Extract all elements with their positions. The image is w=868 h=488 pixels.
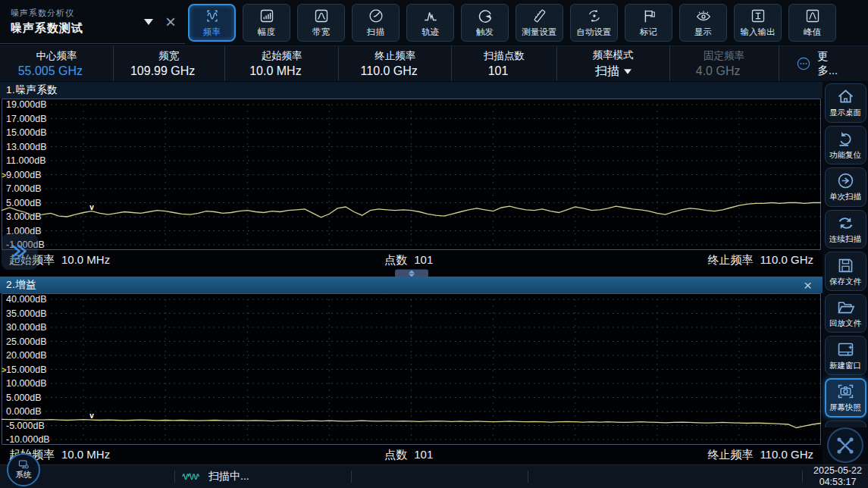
chart-header[interactable]: 2.增益 × — [0, 277, 823, 293]
nav-cluster-button[interactable] — [827, 427, 863, 463]
y-axis-tick-label: 25.000dB — [6, 336, 47, 347]
y-axis-tick-label: 40.000dB — [6, 294, 47, 305]
time-text: 04:53:17 — [813, 477, 862, 488]
y-axis-tick-label: -5.000dB — [6, 421, 45, 431]
sidebar-button-continuous-sweep[interactable]: 连续扫描 — [825, 210, 866, 249]
single-sweep-icon — [836, 171, 855, 190]
save-icon — [836, 256, 855, 275]
measurement-selector[interactable]: 噪声系数分析仪 噪声系数测试 × — [0, 2, 185, 44]
sidebar-button-replay-file[interactable]: 回放文件 — [825, 294, 866, 333]
param-field-frequency-mode[interactable]: 频率模式 扫描 — [556, 46, 669, 81]
chart-canvas — [2, 99, 821, 250]
sidebar-button-show-desktop[interactable]: 显示桌面 — [825, 83, 866, 123]
param-field-fixed-frequency[interactable]: 固定频率 4.0 GHz — [669, 46, 779, 81]
toolbar-button-group: 频率 幅度 带宽 扫描 轨迹 触发 测量设置 自动设置 标记 显示 输入输出 峰… — [185, 4, 836, 42]
trace-peak-icon — [422, 8, 439, 24]
amplitude-bars-icon — [259, 8, 275, 24]
chart-plot: > v 40.000dB35.000dB30.000dB25.000dB20.0… — [2, 293, 821, 445]
marker-flag-icon — [641, 8, 657, 24]
start-frequency-value: 10.0 MHz — [61, 448, 110, 462]
status-bar: 系统 扫描中... 2025-05-22 04:53:17 — [0, 465, 868, 488]
chart-header[interactable]: 1.噪声系数 — [0, 82, 823, 99]
toolbar-button-display[interactable]: 显示 — [679, 4, 727, 42]
stop-frequency-value: 110.0 GHz — [760, 253, 813, 267]
parameter-bar: 中心频率 55.005 GHz 频宽 109.99 GHz 起始频率 10.0 … — [0, 45, 868, 82]
chevron-down-icon — [624, 69, 631, 74]
toolbar-button-trace[interactable]: 轨迹 — [406, 4, 454, 42]
y-axis-tick-label: 3.000dB — [6, 211, 42, 222]
y-axis-tick-label: 15.000dB — [6, 364, 47, 375]
chart-splitter — [0, 270, 823, 277]
chart-canvas — [2, 293, 821, 445]
chart-close-button[interactable]: × — [801, 278, 815, 292]
param-field-stop-frequency[interactable]: 终止频率 110.0 GHz — [338, 46, 451, 81]
trace-marker: v — [89, 203, 94, 211]
sidebar-button-function-reset[interactable]: 功能复位 — [825, 126, 866, 165]
toolbar-button-peak[interactable]: 峰值 — [788, 4, 836, 42]
new-window-icon — [836, 340, 855, 359]
instrument-name: 噪声系数分析仪 — [11, 8, 143, 19]
toolbar-button-measure-setup[interactable]: 测量设置 — [515, 4, 563, 42]
points-value: 101 — [414, 448, 433, 462]
chart-footer: 起始频率10.0 MHz 点数101 终止频率110.0 GHz — [0, 250, 823, 270]
toolbar-button-amplitude[interactable]: 幅度 — [243, 4, 290, 42]
trace-gain — [2, 419, 821, 427]
y-axis-tick-label: 20.000dB — [6, 350, 47, 361]
y-axis-tick-label: 5.000dB — [6, 393, 42, 403]
sidebar-button-save-file[interactable]: 保存文件 — [825, 252, 866, 291]
y-axis-tick-label: 10.000dB — [6, 378, 47, 389]
toolbar-button-marker[interactable]: 标记 — [625, 4, 672, 42]
datetime-display: 2025-05-22 04:53:17 — [813, 465, 862, 488]
y-axis-tick-label: 11.000dB — [6, 155, 46, 166]
toolbar-button-bandwidth[interactable]: 带宽 — [297, 4, 345, 42]
more-button[interactable]: 更多... — [779, 46, 868, 81]
stop-frequency-value: 110.0 GHz — [760, 448, 813, 462]
start-frequency-value: 10.0 MHz — [61, 253, 110, 267]
double-chevron-icon — [10, 243, 30, 260]
close-measurement-button[interactable]: × — [161, 13, 185, 31]
stop-frequency-label: 终止频率 — [707, 448, 753, 462]
chart-panel-gain: 2.增益 × > v 40.000dB35.000dB30.000dB25.00… — [0, 277, 823, 465]
chart-title: 2.增益 — [6, 278, 36, 292]
sidebar-button-new-window[interactable]: 新建窗口 — [825, 336, 866, 375]
expand-menu-button[interactable] — [2, 233, 38, 270]
sweep-activity-icon — [180, 471, 203, 483]
top-toolbar: 噪声系数分析仪 噪声系数测试 × 频率 幅度 带宽 扫描 轨迹 触发 测量设置 … — [0, 0, 868, 45]
y-axis-tick-label: 9.000dB — [6, 170, 42, 180]
param-field-sweep-points[interactable]: 扫描点数 101 — [451, 46, 556, 81]
system-button-label: 系统 — [16, 470, 32, 480]
chart-panel-noise-figure: 1.噪声系数 > v 19.000dB17.000dB15.000dB13.00… — [0, 82, 823, 270]
toolbar-button-input-output[interactable]: 输入输出 — [734, 4, 782, 42]
param-field-start-frequency[interactable]: 起始频率 10.0 MHz — [224, 46, 339, 81]
stop-frequency-label: 终止频率 — [707, 253, 753, 267]
toolbar-button-auto-setup[interactable]: 自动设置 — [570, 4, 618, 42]
measure-settings-icon — [531, 8, 548, 24]
sidebar-button-single-sweep[interactable]: 单次扫描 — [825, 167, 866, 207]
param-field-span[interactable]: 频宽 109.99 GHz — [113, 46, 224, 81]
toolbar-button-sweep[interactable]: 扫描 — [352, 4, 400, 42]
toolbar-button-frequency[interactable]: 频率 — [188, 4, 236, 42]
right-sidebar: 显示桌面 功能复位 单次扫描 连续扫描 保存文件 回放文件 新建窗口 屏幕快照 — [823, 82, 868, 465]
sweep-clock-icon — [368, 8, 384, 24]
y-axis-tick-label: 13.000dB — [6, 142, 47, 152]
sidebar-item-partial[interactable] — [825, 421, 866, 428]
param-field-center-frequency[interactable]: 中心频率 55.005 GHz — [0, 46, 113, 81]
auto-setup-icon — [586, 8, 603, 24]
y-axis-tick-label: -10.000dB — [6, 434, 50, 445]
date-text: 2025-05-22 — [813, 465, 862, 477]
points-label: 点数 — [384, 253, 407, 267]
y-axis-tick-label: 35.000dB — [6, 308, 47, 319]
chart-footer: 起始频率10.0 MHz 点数101 终止频率110.0 GHz — [0, 445, 823, 465]
continuous-sweep-icon — [836, 214, 855, 233]
sweep-status-text: 扫描中... — [208, 470, 249, 483]
system-button[interactable]: 系统 — [7, 453, 40, 486]
statusbar-divider — [528, 471, 528, 483]
toolbar-button-trigger[interactable]: 触发 — [461, 4, 509, 42]
sidebar-button-screenshot[interactable]: 屏幕快照 — [825, 378, 866, 418]
y-axis-tick-label: 15.000dB — [6, 127, 47, 138]
main-area: 1.噪声系数 > v 19.000dB17.000dB15.000dB13.00… — [0, 82, 868, 465]
y-axis-tick-label: 30.000dB — [6, 322, 47, 333]
chevron-down-icon[interactable] — [144, 19, 153, 25]
splitter-up-arrow-icon — [409, 270, 415, 273]
system-icon — [17, 459, 30, 471]
